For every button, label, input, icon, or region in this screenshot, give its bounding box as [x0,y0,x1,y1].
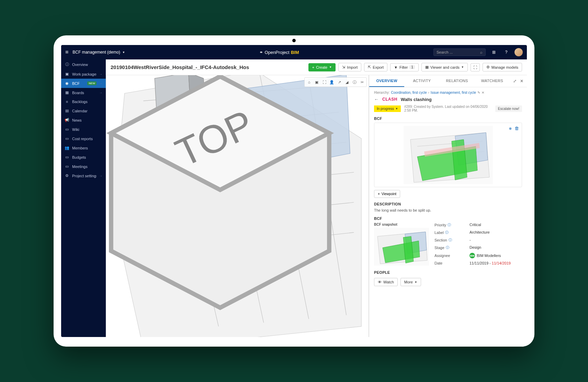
filter-label: Filter [399,65,408,69]
sidebar-icon: ▣ [65,72,69,76]
sidebar-item-wiki[interactable]: ▭Wiki [61,125,106,134]
sidebar-item-meetings[interactable]: ▭Meetings [61,162,106,171]
menu-icon[interactable]: ≡ [65,49,68,55]
3d-viewer[interactable]: ⌂ ▣ ⛶ 👤 ↗ ◢ ⓘ ✂ TOP [106,75,369,337]
apps-icon[interactable]: ⊞ [490,48,498,56]
field-stage-value[interactable]: Design [470,245,522,250]
user-avatar[interactable] [514,48,523,56]
sidebar-item-calendar[interactable]: ▤Calendar [61,106,106,115]
sidebar-label: Budgets [72,155,102,159]
breadcrumb-prefix: Hierarchy: [374,91,390,94]
snapshot-label: BCF snapshot [374,223,429,226]
add-viewpoint-button[interactable]: + Viewpoint [374,190,400,198]
sidebar-item-work-packages[interactable]: ▣Work packages→ [61,69,106,79]
issue-type: CLASH [382,97,397,102]
issue-title: Walls clashing [401,97,432,102]
create-label: Create [316,65,327,69]
close-icon[interactable]: ✕ [520,79,523,83]
tab-relations[interactable]: RELATIONS [440,75,475,87]
field-date-value[interactable]: 11/11/2019 - 11/14/2019 [470,261,522,265]
sidebar-icon: ⓘ [65,62,69,67]
escalate-button[interactable]: Escalate now! [495,105,522,112]
bcf-snapshot-thumb[interactable] [374,228,429,266]
navigation-cube[interactable]: TOP [106,75,352,316]
cut-icon[interactable]: ✂ [359,79,365,86]
field-stage-label: Stage [434,246,444,250]
sidebar-label: Project settings [72,174,97,178]
fullscreen-button[interactable]: ⛶ [471,63,480,71]
breadcrumb-link[interactable]: Issue management, first cycle [431,91,476,94]
more-label: More [404,280,413,284]
help-icon[interactable]: ⓘ [449,238,452,243]
sidebar-label: Members [72,146,102,150]
view-label: Viewer and cards [430,65,460,69]
export-icon: ⇱ [368,65,371,69]
sidebar-item-budgets[interactable]: ▭Budgets [61,153,106,162]
sidebar-icon: ◉ [65,81,69,86]
sidebar-item-overview[interactable]: ⓘOverview [61,59,106,69]
export-label: Export [373,65,384,69]
watch-label: Watch [383,280,394,284]
sidebar-item-backlogs[interactable]: ≡Backlogs [61,97,106,106]
export-button[interactable]: ⇱ Export [364,63,387,71]
sidebar-icon: ▭ [65,127,69,132]
field-label-value[interactable]: Architecture [470,230,522,235]
close-icon[interactable]: ✕ [482,91,484,94]
sidebar-label: Overview [72,63,102,67]
tab-overview[interactable]: OVERVIEW [369,75,404,87]
create-button[interactable]: + Create ▼ [308,63,336,71]
sidebar-icon: ≡ [65,100,69,104]
expand-icon[interactable]: ⤢ [513,79,517,83]
status-badge[interactable]: In progress ▼ [374,105,401,112]
caret-down-icon: ▼ [415,281,417,284]
sidebar-label: Cost reports [72,137,102,141]
detail-panel: OVERVIEW ACTIVITY RELATIONS WATCHERS ⤢ ✕ [369,75,527,337]
info-icon[interactable]: ⓘ [351,79,358,86]
help-icon[interactable]: ? [502,48,510,56]
sidebar-item-bcf[interactable]: ◉BCFNEW→ [61,79,106,88]
cube-icon[interactable]: ⎈ [509,126,512,131]
bcf-fields: Priority ⓘ Critical Label ⓘ Architecture… [434,223,522,266]
app-logo: ⚭ OpenProjectBIM [129,50,429,55]
tab-activity[interactable]: ACTIVITY [404,75,439,87]
field-priority-value[interactable]: Critical [470,223,522,227]
sidebar-label: Wiki [72,127,102,132]
eye-icon: 👁 [378,280,382,284]
filter-button[interactable]: ▼ Filter 1 [390,63,419,71]
field-assignee-value[interactable]: BM BIM Modellers [470,253,522,258]
sidebar-icon: ⚙ [65,173,69,178]
help-icon[interactable]: ⓘ [445,230,449,235]
chevron-right-icon: → [99,174,102,178]
project-selector[interactable]: BCF management (demo) ▼ [72,50,125,55]
tab-watchers[interactable]: WATCHERS [475,75,510,87]
field-section-value[interactable]: - [470,238,522,243]
sidebar-label: Meetings [72,165,102,169]
section-people: PEOPLE [374,270,522,274]
search-placeholder: Search ... [437,50,453,54]
issue-meta: #289: Created by System. Last updated on… [404,105,492,112]
import-button[interactable]: ⇲ Import [338,63,361,71]
delete-icon[interactable]: 🗑 [514,126,519,131]
sidebar-label: Boards [72,91,97,95]
detail-tabs: OVERVIEW ACTIVITY RELATIONS WATCHERS ⤢ ✕ [369,75,527,87]
manage-models-button[interactable]: ⚙ Manage models [483,63,522,71]
sidebar-label: Work packages [72,72,97,76]
sidebar-item-cost-reports[interactable]: ▭Cost reports [61,134,106,143]
search-input[interactable]: Search ... ⌕ [433,48,486,56]
date-start: 11/11/2019 [470,261,488,265]
sidebar-item-boards[interactable]: ▦Boards→ [61,88,106,97]
watch-button[interactable]: 👁 Watch [374,278,398,286]
expand-icon: ⛶ [473,65,477,69]
help-icon[interactable]: ⓘ [448,223,451,227]
sidebar-item-project-settings[interactable]: ⚙Project settings→ [61,171,106,180]
more-button[interactable]: More ▼ [400,278,421,286]
edit-icon[interactable]: ✎ [477,91,480,94]
view-mode-button[interactable]: ▦ Viewer and cards ▼ [421,63,468,71]
breadcrumb-link[interactable]: Coordination, first cycle [391,91,427,94]
back-button[interactable]: ← [374,97,379,102]
sidebar-item-news[interactable]: 📢News [61,115,106,125]
description-text: The long wall needs to be split up. [374,208,522,212]
sidebar-icon: 📢 [65,118,69,122]
sidebar-item-members[interactable]: 👥Members [61,143,106,153]
help-icon[interactable]: ⓘ [446,245,449,250]
